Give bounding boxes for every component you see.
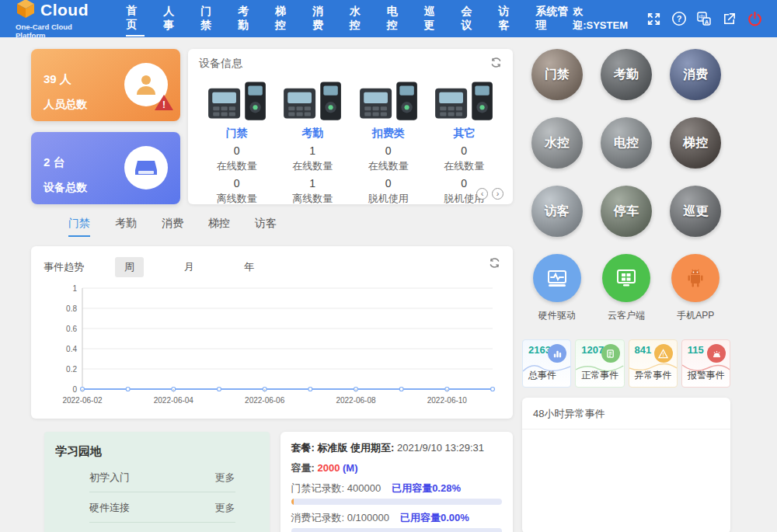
device-info-panel: 设备信息 门禁 0 在线数量 0 离线数量 (188, 49, 513, 204)
shortcut-mobile-app[interactable]: 手机APP (671, 254, 720, 322)
hardware-driver-icon (533, 254, 581, 302)
svg-text:2022-06-06: 2022-06-06 (245, 396, 285, 405)
event-trend-panel: 事件趋势 周 月 年 00.20.40.60.812022-06-022022-… (31, 246, 513, 419)
offline-count: 0 (199, 177, 275, 190)
top-navbar: Cloud One-Card Cloud Platform 首页 人事 门禁 考… (0, 0, 777, 37)
progress-bar (291, 499, 294, 505)
person-total-card[interactable]: 39 人 人员总数 ! (31, 49, 180, 121)
refresh-icon[interactable] (490, 57, 502, 71)
list-item: 初学入门 更多 (89, 462, 235, 492)
package-panel: 套餐: 标准版 使用期至: 2021/9/10 13:29:31 容量: 200… (280, 432, 513, 532)
stat-label: 正常事件 (581, 369, 618, 382)
shortcut-electric[interactable]: 电控 (601, 117, 652, 169)
abnormal-events-panel: 48小时异常事件 (522, 398, 730, 532)
event-stat-cards: 2163 总事件 1207 正常事件 841 ! (522, 339, 730, 388)
carousel-prev-icon[interactable]: ‹ (476, 188, 488, 200)
device-category-access: 门禁 0 在线数量 0 离线数量 (199, 75, 275, 206)
device-total-card[interactable]: 2 台 设备总数 (31, 132, 180, 204)
shortcut-elevator[interactable]: 梯控 (670, 117, 721, 169)
stat-label: 异常事件 (635, 369, 672, 382)
shortcut-patrol[interactable]: 巡更 (670, 186, 721, 237)
more-link[interactable]: 更多 (215, 471, 235, 485)
shortcut-cloud-client[interactable]: 云客户端 (602, 254, 650, 322)
menu-item-access[interactable]: 门禁 (200, 2, 219, 36)
svg-text:!: ! (663, 352, 664, 357)
menu-item-personnel[interactable]: 人事 (163, 2, 182, 36)
device-category-link[interactable]: 扣费类 (350, 127, 427, 141)
logo-title: Cloud (40, 1, 89, 19)
plan-label: 套餐: 标准版 使用期至: (291, 442, 395, 454)
alarm-events-card[interactable]: 115 报警事件 (681, 339, 730, 388)
shortcut-parking[interactable]: 停车 (601, 186, 652, 237)
period-month-button[interactable]: 月 (175, 257, 204, 277)
online-count: 0 (199, 144, 275, 157)
refresh-icon[interactable] (489, 257, 500, 272)
normal-events-card[interactable]: 1207 正常事件 (575, 339, 624, 388)
app-label: 硬件驱动 (538, 309, 576, 322)
tab-visitor[interactable]: 访客 (255, 217, 277, 237)
fullscreen-icon[interactable] (646, 10, 661, 27)
menu-item-water[interactable]: 水控 (350, 2, 368, 36)
period-year-button[interactable]: 年 (235, 257, 263, 277)
external-link-icon[interactable] (722, 10, 737, 27)
shortcut-access[interactable]: 门禁 (531, 49, 583, 100)
quota-used-label: 已用容量0.00% (400, 512, 469, 523)
tab-elevator[interactable]: 梯控 (208, 217, 230, 237)
svg-text:2022-06-08: 2022-06-08 (336, 396, 376, 405)
capacity-unit: (M) (343, 462, 358, 474)
menu-item-home[interactable]: 首页 (126, 1, 145, 37)
android-icon (671, 254, 720, 302)
menu-item-patrol[interactable]: 巡更 (424, 2, 443, 36)
logo-subtitle: One-Card Cloud Platform (16, 23, 96, 40)
svg-text:2022-06-02: 2022-06-02 (62, 396, 103, 405)
capacity-value: 2000 (317, 462, 340, 474)
shortcut-attendance[interactable]: 考勤 (601, 49, 652, 100)
shortcut-consume[interactable]: 消费 (670, 49, 721, 100)
welcome-user-label: 欢迎:SYSTEM (573, 5, 633, 33)
menu-item-consume[interactable]: 消费 (312, 2, 331, 36)
more-link[interactable]: 更多 (215, 501, 235, 515)
device-category-other: 其它 0 在线数量 0 脱机使用 (427, 75, 503, 206)
app-label: 手机APP (677, 309, 714, 322)
learning-title: 学习园地 (55, 444, 259, 459)
deduction-devices-photo (350, 75, 427, 123)
svg-text:2022-06-10: 2022-06-10 (427, 396, 468, 405)
help-icon[interactable]: ? (671, 10, 687, 27)
module-shortcut-grid: 门禁 考勤 消费 水控 电控 梯控 访客 停车 巡更 硬件驱动 云客户端 (522, 49, 730, 322)
tab-attendance[interactable]: 考勤 (115, 217, 137, 237)
online-count: 1 (275, 144, 351, 157)
app-logo: Cloud One-Card Cloud Platform (16, 0, 96, 40)
menu-item-elevator[interactable]: 梯控 (275, 2, 294, 36)
online-count: 0 (350, 144, 427, 157)
carousel-next-icon[interactable]: › (492, 188, 503, 200)
quota-label: 消费记录数: 0/100000 (291, 512, 389, 523)
menu-item-system[interactable]: 系统管理 (535, 2, 573, 36)
total-events-card[interactable]: 2163 总事件 (522, 339, 571, 388)
tab-consume[interactable]: 消费 (162, 217, 183, 237)
menu-item-electric[interactable]: 电控 (387, 2, 406, 36)
device-category-link[interactable]: 考勤 (275, 127, 351, 141)
attendance-devices-photo (275, 75, 351, 123)
device-category-link[interactable]: 门禁 (199, 127, 275, 141)
abnormal-events-card[interactable]: 841 ! 异常事件 (629, 339, 678, 388)
offline-count-label: 脱机使用 (350, 192, 427, 206)
power-icon[interactable] (747, 10, 763, 27)
device-category-attendance: 考勤 1 在线数量 1 离线数量 (275, 75, 351, 206)
abnormal-events-title: 48小时异常事件 (522, 398, 730, 429)
learning-topic: 硬件连接 (89, 501, 130, 515)
chart-title: 事件趋势 (44, 260, 84, 274)
shortcut-water[interactable]: 水控 (531, 117, 583, 169)
menu-item-attendance[interactable]: 考勤 (238, 2, 256, 36)
tab-access[interactable]: 门禁 (68, 217, 90, 237)
online-count: 0 (427, 144, 503, 157)
menu-item-meeting[interactable]: 会议 (462, 2, 480, 36)
translate-icon[interactable]: 中A (696, 10, 712, 27)
shortcut-hardware-driver[interactable]: 硬件驱动 (533, 254, 581, 322)
offline-count-label: 离线数量 (275, 192, 351, 206)
menu-item-visitor[interactable]: 访客 (498, 2, 517, 36)
device-category-link[interactable]: 其它 (427, 127, 503, 141)
shortcut-visitor[interactable]: 访客 (531, 186, 583, 237)
period-week-button[interactable]: 周 (115, 257, 144, 277)
list-item: 硬件连接 更多 (89, 492, 235, 523)
quota-row-consume: 消费记录数: 0/100000已用容量0.00% (291, 511, 502, 532)
